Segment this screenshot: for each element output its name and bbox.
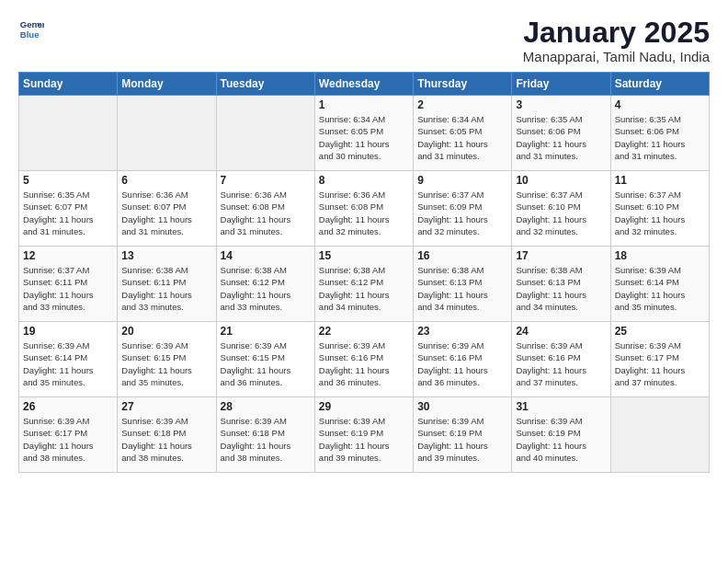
day-number: 12 (23, 249, 113, 262)
weekday-header-friday: Friday (512, 73, 610, 96)
day-number: 4 (615, 98, 705, 111)
calendar-cell: 31Sunrise: 6:39 AMSunset: 6:19 PMDayligh… (512, 397, 610, 473)
day-info: Sunrise: 6:39 AMSunset: 6:19 PMDaylight:… (319, 415, 409, 464)
calendar-cell: 27Sunrise: 6:39 AMSunset: 6:18 PMDayligh… (118, 397, 216, 473)
day-info: Sunrise: 6:39 AMSunset: 6:18 PMDaylight:… (121, 415, 211, 464)
day-number: 11 (615, 174, 705, 187)
calendar-week-2: 5Sunrise: 6:35 AMSunset: 6:07 PMDaylight… (19, 171, 710, 247)
calendar-cell: 13Sunrise: 6:38 AMSunset: 6:11 PMDayligh… (118, 247, 216, 322)
calendar-cell: 14Sunrise: 6:38 AMSunset: 6:12 PMDayligh… (216, 247, 314, 322)
calendar-cell: 25Sunrise: 6:39 AMSunset: 6:17 PMDayligh… (610, 322, 709, 397)
day-info: Sunrise: 6:37 AMSunset: 6:11 PMDaylight:… (23, 264, 113, 313)
calendar-cell: 24Sunrise: 6:39 AMSunset: 6:16 PMDayligh… (512, 322, 610, 397)
day-number: 31 (516, 400, 606, 413)
svg-text:General: General (20, 19, 44, 29)
calendar-cell: 11Sunrise: 6:37 AMSunset: 6:10 PMDayligh… (610, 171, 709, 247)
day-info: Sunrise: 6:34 AMSunset: 6:05 PMDaylight:… (417, 113, 507, 162)
day-number: 26 (23, 400, 113, 413)
weekday-header-monday: Monday (118, 73, 216, 96)
day-info: Sunrise: 6:39 AMSunset: 6:16 PMDaylight:… (516, 339, 606, 388)
day-info: Sunrise: 6:35 AMSunset: 6:06 PMDaylight:… (615, 113, 705, 162)
day-info: Sunrise: 6:39 AMSunset: 6:19 PMDaylight:… (417, 415, 507, 464)
day-number: 18 (615, 249, 705, 262)
calendar-cell: 10Sunrise: 6:37 AMSunset: 6:10 PMDayligh… (512, 171, 610, 247)
calendar-cell: 1Sunrise: 6:34 AMSunset: 6:05 PMDaylight… (314, 96, 413, 171)
day-info: Sunrise: 6:39 AMSunset: 6:17 PMDaylight:… (23, 415, 113, 464)
svg-text:Blue: Blue (20, 29, 40, 40)
calendar-cell (610, 397, 709, 473)
day-info: Sunrise: 6:39 AMSunset: 6:14 PMDaylight:… (615, 264, 705, 313)
day-number: 17 (516, 249, 606, 262)
calendar-table: SundayMondayTuesdayWednesdayThursdayFrid… (18, 72, 710, 473)
day-number: 21 (221, 325, 311, 338)
day-info: Sunrise: 6:37 AMSunset: 6:09 PMDaylight:… (417, 189, 507, 237)
calendar-cell: 12Sunrise: 6:37 AMSunset: 6:11 PMDayligh… (19, 247, 118, 322)
calendar-cell: 3Sunrise: 6:35 AMSunset: 6:06 PMDaylight… (512, 96, 610, 171)
calendar-cell: 21Sunrise: 6:39 AMSunset: 6:15 PMDayligh… (216, 322, 314, 397)
title-block: January 2025 Manapparai, Tamil Nadu, Ind… (523, 17, 710, 64)
calendar-cell: 15Sunrise: 6:38 AMSunset: 6:12 PMDayligh… (314, 247, 413, 322)
calendar-cell: 7Sunrise: 6:36 AMSunset: 6:08 PMDaylight… (216, 171, 314, 247)
day-info: Sunrise: 6:39 AMSunset: 6:16 PMDaylight:… (417, 339, 507, 388)
calendar-week-1: 1Sunrise: 6:34 AMSunset: 6:05 PMDaylight… (19, 96, 710, 171)
calendar-subtitle: Manapparai, Tamil Nadu, India (523, 49, 710, 64)
calendar-cell: 18Sunrise: 6:39 AMSunset: 6:14 PMDayligh… (610, 247, 709, 322)
day-number: 22 (319, 325, 409, 338)
calendar-cell: 4Sunrise: 6:35 AMSunset: 6:06 PMDaylight… (610, 96, 709, 171)
day-info: Sunrise: 6:38 AMSunset: 6:12 PMDaylight:… (221, 264, 311, 313)
weekday-header-saturday: Saturday (610, 73, 709, 96)
calendar-cell (19, 96, 118, 171)
day-info: Sunrise: 6:38 AMSunset: 6:11 PMDaylight:… (121, 264, 211, 313)
day-number: 1 (319, 98, 409, 111)
calendar-cell: 29Sunrise: 6:39 AMSunset: 6:19 PMDayligh… (314, 397, 413, 473)
calendar-cell: 17Sunrise: 6:38 AMSunset: 6:13 PMDayligh… (512, 247, 610, 322)
day-info: Sunrise: 6:34 AMSunset: 6:05 PMDaylight:… (319, 113, 409, 162)
day-info: Sunrise: 6:37 AMSunset: 6:10 PMDaylight:… (516, 189, 606, 237)
calendar-cell: 6Sunrise: 6:36 AMSunset: 6:07 PMDaylight… (118, 171, 216, 247)
weekday-header-row: SundayMondayTuesdayWednesdayThursdayFrid… (19, 73, 710, 96)
day-info: Sunrise: 6:38 AMSunset: 6:13 PMDaylight:… (417, 264, 507, 313)
day-number: 28 (221, 400, 311, 413)
day-info: Sunrise: 6:38 AMSunset: 6:12 PMDaylight:… (319, 264, 409, 313)
calendar-cell: 20Sunrise: 6:39 AMSunset: 6:15 PMDayligh… (118, 322, 216, 397)
calendar-week-4: 19Sunrise: 6:39 AMSunset: 6:14 PMDayligh… (19, 322, 710, 397)
day-info: Sunrise: 6:35 AMSunset: 6:06 PMDaylight:… (516, 113, 606, 162)
day-number: 25 (615, 325, 705, 338)
day-info: Sunrise: 6:39 AMSunset: 6:17 PMDaylight:… (615, 339, 705, 388)
day-number: 30 (417, 400, 507, 413)
day-info: Sunrise: 6:37 AMSunset: 6:10 PMDaylight:… (615, 189, 705, 237)
day-info: Sunrise: 6:35 AMSunset: 6:07 PMDaylight:… (23, 189, 113, 237)
day-number: 10 (516, 174, 606, 187)
calendar-week-3: 12Sunrise: 6:37 AMSunset: 6:11 PMDayligh… (19, 247, 710, 322)
calendar-cell: 2Sunrise: 6:34 AMSunset: 6:05 PMDaylight… (414, 96, 512, 171)
weekday-header-wednesday: Wednesday (314, 73, 413, 96)
calendar-cell: 28Sunrise: 6:39 AMSunset: 6:18 PMDayligh… (216, 397, 314, 473)
calendar-cell: 8Sunrise: 6:36 AMSunset: 6:08 PMDaylight… (314, 171, 413, 247)
weekday-header-tuesday: Tuesday (216, 73, 314, 96)
calendar-cell: 22Sunrise: 6:39 AMSunset: 6:16 PMDayligh… (314, 322, 413, 397)
day-number: 24 (516, 325, 606, 338)
day-number: 2 (417, 98, 507, 111)
day-number: 8 (319, 174, 409, 187)
calendar-title: January 2025 (523, 17, 710, 49)
day-number: 6 (121, 174, 211, 187)
day-number: 27 (121, 400, 211, 413)
weekday-header-sunday: Sunday (19, 73, 118, 96)
calendar-cell: 26Sunrise: 6:39 AMSunset: 6:17 PMDayligh… (19, 397, 118, 473)
day-number: 19 (23, 325, 113, 338)
day-number: 9 (417, 174, 507, 187)
calendar-cell: 30Sunrise: 6:39 AMSunset: 6:19 PMDayligh… (414, 397, 512, 473)
day-number: 5 (23, 174, 113, 187)
calendar-cell: 5Sunrise: 6:35 AMSunset: 6:07 PMDaylight… (19, 171, 118, 247)
day-number: 16 (417, 249, 507, 262)
day-number: 23 (417, 325, 507, 338)
day-info: Sunrise: 6:39 AMSunset: 6:16 PMDaylight:… (319, 339, 409, 388)
day-number: 13 (121, 249, 211, 262)
day-number: 15 (319, 249, 409, 262)
calendar-cell: 23Sunrise: 6:39 AMSunset: 6:16 PMDayligh… (414, 322, 512, 397)
day-info: Sunrise: 6:39 AMSunset: 6:15 PMDaylight:… (121, 339, 211, 388)
day-info: Sunrise: 6:39 AMSunset: 6:18 PMDaylight:… (221, 415, 311, 464)
logo-icon: General Blue (18, 17, 44, 42)
day-number: 20 (121, 325, 211, 338)
day-number: 7 (221, 174, 311, 187)
